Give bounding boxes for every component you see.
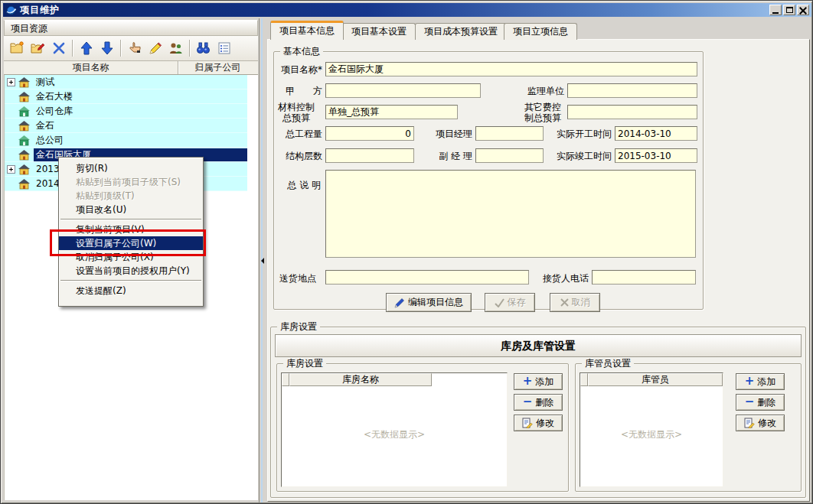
menu-separator bbox=[59, 278, 203, 284]
menu-item-send-reminder[interactable]: 发送提醒(Z) bbox=[59, 284, 203, 298]
tab-project-basic-settings[interactable]: 项目基本设置 bbox=[342, 23, 416, 40]
x-icon bbox=[560, 298, 569, 307]
house-icon bbox=[18, 91, 31, 102]
app-logo-icon bbox=[5, 5, 17, 16]
minimize-icon[interactable] bbox=[769, 5, 782, 15]
total-quantity-label: 总工程量 bbox=[275, 127, 322, 141]
keeper-modify-button[interactable]: 修改 bbox=[736, 415, 785, 431]
structure-floors-label: 结构层数 bbox=[275, 149, 322, 164]
tree-row[interactable]: 金石 bbox=[5, 119, 247, 133]
storeroom-group-title: 库房设置 bbox=[283, 358, 326, 369]
keeper-empty-text: <无数据显示> bbox=[580, 428, 723, 441]
project-name-field[interactable] bbox=[325, 62, 697, 76]
storeroom-remove-button[interactable]: 删除 bbox=[514, 394, 563, 411]
collapse-arrow-icon[interactable] bbox=[260, 253, 266, 268]
warehouse-banner: 库房及库管设置 bbox=[275, 334, 802, 357]
menu-item-cancel-subsidiary[interactable]: 取消归属子公司(X) bbox=[59, 250, 203, 264]
keeper-add-button[interactable]: 添加 bbox=[736, 373, 785, 390]
storeroom-add-button[interactable]: 添加 bbox=[514, 373, 563, 390]
report-icon[interactable] bbox=[214, 38, 234, 58]
window-title: 项目维护 bbox=[20, 4, 60, 17]
delete-icon[interactable] bbox=[48, 38, 69, 58]
tab-project-approval-info[interactable]: 项目立项信息 bbox=[504, 23, 577, 40]
other-fee-budget-label: 其它费控 制总预算 bbox=[520, 102, 566, 123]
select-hand-icon[interactable] bbox=[124, 38, 145, 58]
project-manager-label: 项目经理 bbox=[429, 127, 472, 141]
party-a-field[interactable] bbox=[325, 83, 481, 98]
rename-pencil-icon[interactable] bbox=[145, 38, 165, 58]
plus-icon bbox=[745, 376, 755, 387]
tree-row[interactable]: 公司仓库 bbox=[5, 104, 247, 119]
titlebar[interactable]: 项目维护 bbox=[3, 3, 811, 17]
menu-item-copy[interactable]: 复制当前项目(V) bbox=[59, 223, 203, 236]
toolbar-separator bbox=[72, 40, 73, 57]
cancel-button: 取消 bbox=[550, 293, 600, 312]
total-quantity-field[interactable] bbox=[325, 126, 414, 141]
find-icon[interactable] bbox=[193, 38, 214, 58]
app-window: 项目维护 项目资源 项目名称 归属子公司 测试 bbox=[0, 0, 813, 504]
general-note-field[interactable] bbox=[325, 170, 696, 258]
delivery-place-field[interactable] bbox=[325, 270, 529, 285]
house-icon bbox=[18, 164, 31, 175]
edit-project-button[interactable]: 编辑项目信息 bbox=[386, 293, 472, 312]
tree-row[interactable]: 测试 bbox=[5, 75, 247, 89]
actual-start-field[interactable] bbox=[615, 126, 697, 141]
material-budget-field[interactable] bbox=[325, 105, 458, 119]
column-header-project-name[interactable]: 项目名称 bbox=[4, 61, 178, 74]
tree-row[interactable]: 总公司 bbox=[5, 133, 247, 148]
structure-floors-field[interactable] bbox=[325, 148, 414, 163]
groupbox-title: 基本信息 bbox=[280, 46, 323, 57]
keeper-column-header[interactable]: 库管员 bbox=[588, 373, 723, 386]
maximize-icon[interactable] bbox=[783, 5, 795, 15]
actual-start-label: 实际开工时间 bbox=[553, 127, 612, 141]
actual-finish-field[interactable] bbox=[615, 148, 697, 163]
keeper-group-title: 库管员设置 bbox=[582, 358, 634, 369]
keeper-list[interactable]: 库管员 <无数据显示> bbox=[580, 372, 723, 487]
menu-item-auth-users[interactable]: 设置当前项目的授权用户(Y) bbox=[59, 264, 203, 278]
tree-row[interactable]: 金石大楼 bbox=[5, 89, 247, 104]
minus-icon bbox=[745, 397, 755, 408]
close-icon[interactable] bbox=[797, 5, 809, 15]
move-up-icon[interactable] bbox=[76, 38, 96, 58]
storeroom-list[interactable]: 库房名称 <无数据显示> bbox=[281, 372, 508, 487]
storeroom-column-header[interactable]: 库房名称 bbox=[289, 373, 432, 386]
house-icon bbox=[18, 120, 31, 132]
supervision-unit-field[interactable] bbox=[567, 83, 697, 98]
row-selector-column bbox=[580, 373, 588, 386]
edit-doc-icon bbox=[744, 418, 755, 428]
context-menu: 剪切(R) 粘贴到当前项目子级下(S) 粘贴到顶级(T) 项目改名(U) 复制当… bbox=[58, 157, 204, 307]
tab-project-basic-info[interactable]: 项目基本信息 bbox=[270, 21, 344, 40]
edit-doc-icon bbox=[522, 418, 533, 428]
project-manager-field[interactable] bbox=[475, 126, 544, 141]
receiver-phone-field[interactable] bbox=[592, 270, 696, 285]
storeroom-modify-button[interactable]: 修改 bbox=[514, 415, 563, 431]
keeper-remove-button[interactable]: 删除 bbox=[736, 394, 785, 411]
menu-separator bbox=[59, 216, 203, 223]
plus-icon bbox=[523, 376, 533, 387]
delivery-place-label: 送货地点 bbox=[276, 272, 316, 286]
house-icon bbox=[18, 76, 31, 88]
users-icon[interactable] bbox=[165, 38, 186, 58]
house-icon bbox=[18, 178, 31, 190]
pen-icon bbox=[394, 298, 405, 308]
actual-finish-label: 实际竣工时间 bbox=[553, 149, 612, 164]
move-down-icon[interactable] bbox=[96, 38, 117, 58]
house-icon bbox=[18, 149, 31, 161]
tree-grid-header: 项目名称 归属子公司 bbox=[4, 61, 258, 75]
minus-icon bbox=[523, 397, 533, 408]
tab-cost-budget-settings[interactable]: 项目成本预算设置 bbox=[415, 23, 507, 40]
toolbar-separator bbox=[120, 40, 121, 57]
expand-icon[interactable] bbox=[7, 78, 15, 86]
expand-icon[interactable] bbox=[7, 165, 15, 174]
edit-project-icon[interactable] bbox=[28, 38, 48, 58]
save-button: 保存 bbox=[485, 293, 535, 312]
menu-item-paste-as-child: 粘贴到当前项目子级下(S) bbox=[59, 175, 203, 189]
left-panel-caption: 项目资源 bbox=[4, 20, 258, 36]
menu-item-cut[interactable]: 剪切(R) bbox=[59, 161, 203, 175]
menu-item-rename[interactable]: 项目改名(U) bbox=[59, 203, 203, 216]
other-fee-budget-field[interactable] bbox=[567, 105, 697, 119]
deputy-manager-field[interactable] bbox=[475, 148, 544, 163]
new-project-icon[interactable] bbox=[7, 38, 28, 58]
column-header-subsidiary[interactable]: 归属子公司 bbox=[178, 61, 257, 74]
menu-item-set-subsidiary[interactable]: 设置归属子公司(W) bbox=[59, 236, 203, 250]
